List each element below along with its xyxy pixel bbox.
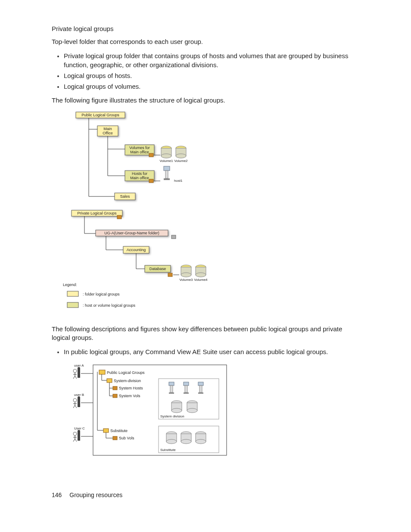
svg-rect-22 <box>168 273 172 277</box>
svg-rect-39 <box>78 431 80 441</box>
label-hosts-for: Hosts for <box>132 171 147 176</box>
svg-rect-54 <box>198 382 203 386</box>
document-page: Private logical groups Top-level folder … <box>0 0 411 532</box>
host-icon <box>184 382 189 394</box>
svg-point-69 <box>181 439 191 444</box>
svg-rect-36 <box>78 398 80 407</box>
svg-rect-29 <box>67 291 78 296</box>
svg-rect-43 <box>113 386 117 390</box>
figure-lead-para: The following figure illustrates the str… <box>52 96 359 105</box>
legend-hostvol: : host or volume logical groups <box>83 303 136 308</box>
svg-rect-52 <box>185 386 187 392</box>
cylinder-icon <box>161 146 171 158</box>
label-substitute: Substitute <box>110 429 128 433</box>
label-sales: Sales <box>120 194 130 199</box>
label-sys-div: System-division <box>114 379 141 383</box>
list-item: Logical groups of hosts. <box>64 71 359 80</box>
label-database: Database <box>149 267 166 271</box>
label-pub: Public Logical Groups <box>107 370 145 375</box>
svg-point-40 <box>78 430 80 432</box>
svg-point-28 <box>196 273 206 277</box>
user-icon <box>73 396 80 408</box>
label-accounting: Accounting <box>127 248 146 252</box>
svg-rect-42 <box>107 379 112 383</box>
svg-rect-53 <box>184 392 189 394</box>
svg-point-37 <box>78 396 80 399</box>
svg-point-25 <box>181 273 191 277</box>
svg-rect-50 <box>169 392 174 394</box>
svg-rect-55 <box>199 386 202 392</box>
svg-point-6 <box>161 154 171 158</box>
label-public-logical-groups: Public Logical Groups <box>81 113 119 117</box>
list-item: In public logical groups, any Command Vi… <box>64 347 359 356</box>
section-heading: Private logical groups <box>52 25 359 32</box>
footer-title: Grouping resources <box>69 492 122 498</box>
label-volume3: Volume3 <box>179 278 193 282</box>
user-icon <box>73 430 80 442</box>
svg-point-38 <box>73 432 77 436</box>
svg-rect-48 <box>169 382 174 386</box>
cylinder-icon <box>171 401 182 413</box>
cylinder-icon <box>166 432 177 444</box>
list-item: Logical groups of volumes. <box>64 82 359 91</box>
svg-rect-12 <box>164 166 170 171</box>
user-icon <box>73 367 80 379</box>
label-group1: System division <box>160 414 184 418</box>
label-host1: host1 <box>174 179 183 183</box>
logical-groups-diagram: Public Logical Groups Main Office Volume… <box>59 110 359 317</box>
cylinder-icon <box>181 265 191 277</box>
cylinder-icon <box>181 432 191 444</box>
bullet-list-1: Private logical group folder that contai… <box>52 51 359 91</box>
after-figure-para: The following descriptions and figures s… <box>52 325 359 342</box>
label-user-a: user A <box>74 364 84 367</box>
intro-para: Top-level folder that corresponds to eac… <box>52 37 359 46</box>
svg-point-35 <box>73 398 77 402</box>
svg-point-34 <box>78 367 80 370</box>
label-private-logical-groups: Private Logical Groups <box>77 211 117 215</box>
label-volume1: Volume1 <box>159 159 173 163</box>
svg-rect-45 <box>103 429 109 432</box>
label-user-b: user B <box>74 393 84 397</box>
label-main-office-sub2: Main office <box>130 176 149 180</box>
svg-rect-46 <box>113 436 117 440</box>
svg-point-72 <box>196 439 206 444</box>
svg-rect-3 <box>149 153 153 157</box>
label-user-c: User C <box>74 426 85 430</box>
svg-point-9 <box>176 154 186 158</box>
svg-rect-14 <box>164 178 170 180</box>
page-number: 146 <box>52 492 62 498</box>
cylinder-icon <box>176 146 186 158</box>
page-footer: 146 Grouping resources <box>52 492 122 498</box>
svg-rect-30 <box>67 302 78 308</box>
svg-rect-11 <box>149 179 153 183</box>
host-icon <box>164 166 170 180</box>
svg-rect-33 <box>78 368 80 378</box>
label-sys-hosts: System Hosts <box>119 386 143 390</box>
label-sub-vols: Sub Vols <box>119 436 134 440</box>
svg-rect-44 <box>113 394 117 398</box>
svg-rect-19 <box>171 235 176 239</box>
svg-rect-17 <box>117 215 121 219</box>
host-icon <box>169 382 174 394</box>
svg-point-59 <box>171 408 182 413</box>
svg-rect-56 <box>198 392 203 394</box>
host-icon <box>198 382 203 394</box>
label-volume4: Volume4 <box>194 278 208 282</box>
label-ug-a: UG-A(User-Group-Name folder) <box>104 231 159 235</box>
svg-rect-49 <box>170 386 173 392</box>
svg-rect-51 <box>184 382 189 386</box>
label-sys-vols: System Vols <box>119 394 140 398</box>
cylinder-icon <box>196 432 206 444</box>
svg-rect-41 <box>99 370 105 374</box>
cylinder-icon <box>187 401 197 413</box>
label-main: Main <box>103 127 112 131</box>
label-office: Office <box>103 131 112 135</box>
legend-folder: : folder logical groups <box>83 292 120 296</box>
user-access-diagram: user A user B User C <box>59 361 359 460</box>
label-volumes-for: Volumes for <box>129 146 150 150</box>
list-item: Private logical group folder that contai… <box>64 51 359 69</box>
label-group2: Substitute <box>160 448 176 452</box>
legend-title: Legend: <box>63 283 77 287</box>
svg-point-32 <box>73 369 77 373</box>
bullet-list-2: In public logical groups, any Command Vi… <box>52 347 359 356</box>
